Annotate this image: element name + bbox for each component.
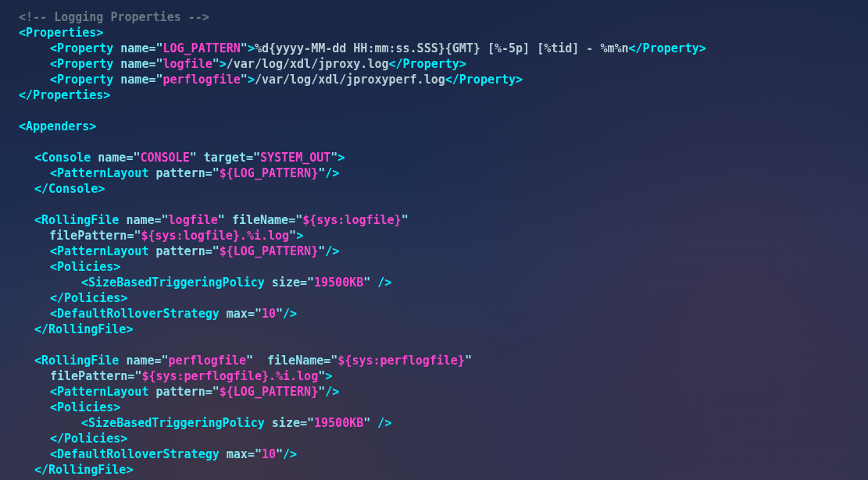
val-console: CONSOLE bbox=[140, 151, 189, 165]
attr-filepattern: filePattern bbox=[49, 229, 127, 243]
tag-slashgt: /> bbox=[377, 416, 391, 430]
val-size: 19500KB bbox=[314, 276, 363, 290]
val-logfile: logfile bbox=[163, 57, 213, 71]
tag-rollingfile-close: </RollingFile> bbox=[34, 322, 133, 336]
attr-max: max bbox=[227, 447, 248, 461]
tag-gt: > bbox=[248, 73, 255, 87]
attr-name: name bbox=[120, 41, 148, 55]
tag-gt: > bbox=[296, 229, 303, 243]
attr-name: name bbox=[120, 57, 148, 71]
val-max: 10 bbox=[262, 307, 276, 321]
attr-pattern: pattern bbox=[155, 244, 205, 258]
attr-name: name bbox=[98, 151, 126, 165]
val-sysperflogfile: ${sys:perflogfile} bbox=[338, 354, 465, 368]
xml-comment: <!-- Logging Properties --> bbox=[19, 10, 209, 24]
tag-property-close: </Property> bbox=[445, 73, 523, 87]
attr-pattern: pattern bbox=[155, 385, 205, 399]
val-perflogfile: perflogfile bbox=[169, 354, 246, 368]
tag-properties-close: </Properties> bbox=[19, 88, 110, 102]
attr-name: name bbox=[126, 354, 154, 368]
val-syslogfile: ${sys:logfile} bbox=[302, 213, 401, 227]
tag-patternlayout: <PatternLayout bbox=[50, 244, 148, 258]
attr-name: name bbox=[126, 213, 154, 227]
tag-property-close: </Property> bbox=[629, 41, 706, 55]
val-sysperflogfilepattern: ${sys:perflogfile}.%i.log bbox=[141, 369, 318, 383]
tag-slashgt: /> bbox=[283, 307, 297, 321]
text-logfilepath: /var/log/xdl/jproxy.log bbox=[227, 57, 389, 71]
tag-sizepolicy: <SizeBasedTriggeringPolicy bbox=[81, 416, 265, 430]
tag-slashgt: /> bbox=[377, 276, 391, 290]
text-perflogfilepath: /var/log/xdl/jproxyperf.log bbox=[255, 73, 445, 87]
tag-sizepolicy: <SizeBasedTriggeringPolicy bbox=[81, 276, 265, 290]
val-logfile: logfile bbox=[169, 213, 218, 227]
attr-target: target bbox=[204, 151, 246, 165]
attr-pattern: pattern bbox=[155, 166, 205, 180]
val-patternref: ${LOG_PATTERN} bbox=[220, 385, 318, 399]
tag-properties-open: <Properties> bbox=[19, 26, 103, 40]
val-syslogfilepattern: ${sys:logfile}.%i.log bbox=[141, 229, 289, 243]
attr-filename: fileName bbox=[267, 354, 323, 368]
tag-property-open: <Property bbox=[50, 73, 113, 87]
val-max: 10 bbox=[262, 447, 276, 461]
val-systemout: SYSTEM_OUT bbox=[260, 151, 330, 165]
tag-drs: <DefaultRolloverStrategy bbox=[50, 307, 220, 321]
tag-console-close: </Console> bbox=[34, 182, 105, 196]
tag-patternlayout: <PatternLayout bbox=[50, 385, 148, 399]
tag-slashgt: /> bbox=[325, 166, 339, 180]
tag-gt: > bbox=[325, 369, 332, 383]
val-patternref: ${LOG_PATTERN} bbox=[220, 166, 318, 180]
tag-policies-open: <Policies> bbox=[50, 400, 120, 414]
attr-size: size bbox=[272, 416, 300, 430]
val-patternref: ${LOG_PATTERN} bbox=[220, 244, 318, 258]
attr-max: max bbox=[227, 307, 248, 321]
attr-filename: fileName bbox=[232, 213, 288, 227]
val-size: 19500KB bbox=[314, 416, 363, 430]
tag-gt: > bbox=[248, 41, 255, 55]
attr-filepattern: filePattern bbox=[50, 369, 127, 383]
tag-policies-close: </Policies> bbox=[50, 291, 127, 305]
tag-slashgt: /> bbox=[283, 447, 297, 461]
tag-slashgt: /> bbox=[325, 385, 339, 399]
text-logpattern: %d{yyyy-MM-dd HH:mm:ss.SSS}{GMT} [%-5p] … bbox=[255, 41, 629, 55]
tag-rollingfile-close: </RollingFile> bbox=[34, 463, 133, 477]
tag-appenders-open: <Appenders> bbox=[19, 119, 96, 133]
tag-property-close: </Property> bbox=[389, 57, 466, 71]
tag-slashgt: /> bbox=[325, 244, 339, 258]
tag-property-open: <Property bbox=[50, 57, 113, 71]
tag-policies-open: <Policies> bbox=[50, 260, 120, 274]
tag-patternlayout: <PatternLayout bbox=[50, 166, 148, 180]
tag-drs: <DefaultRolloverStrategy bbox=[50, 447, 220, 461]
attr-size: size bbox=[272, 276, 300, 290]
tag-property-open: <Property bbox=[50, 41, 113, 55]
val-logpattern: LOG_PATTERN bbox=[163, 41, 241, 55]
attr-name: name bbox=[120, 73, 148, 87]
code-block: <!-- Logging Properties --> <Properties>… bbox=[0, 9, 868, 478]
tag-gt: > bbox=[338, 151, 345, 165]
tag-rollingfile-open: <RollingFile bbox=[34, 213, 119, 227]
tag-gt: > bbox=[220, 57, 227, 71]
tag-rollingfile-open: <RollingFile bbox=[34, 354, 119, 368]
tag-console-open: <Console bbox=[34, 151, 91, 165]
tag-policies-close: </Policies> bbox=[50, 432, 127, 446]
val-perflogfile: perflogfile bbox=[163, 73, 241, 87]
